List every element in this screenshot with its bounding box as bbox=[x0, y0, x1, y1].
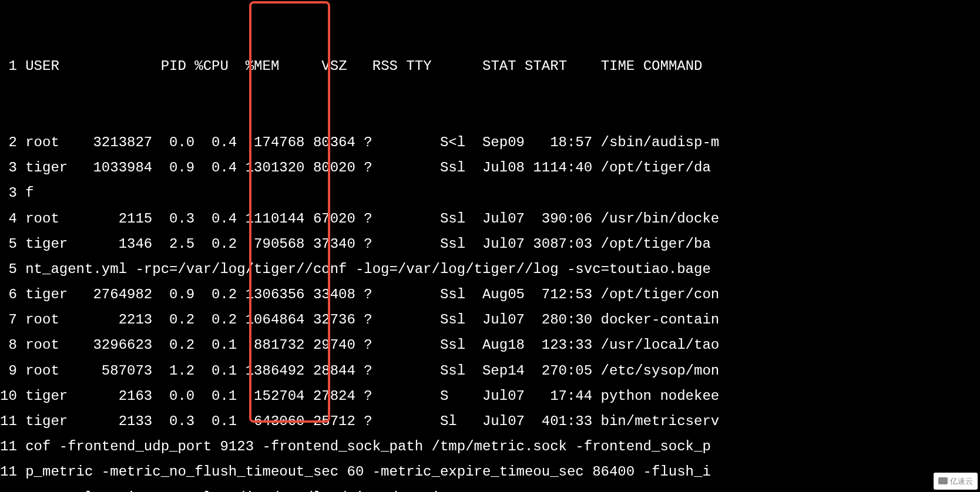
col-start: START bbox=[525, 58, 567, 74]
watermark-text: 亿速云 bbox=[950, 474, 973, 488]
process-row: 11 x -max_log_size 100 -log_dir /var/log… bbox=[0, 485, 980, 492]
process-row: 6 tiger 2764982 0.9 0.2 1306356 33408 ? … bbox=[0, 282, 980, 307]
process-row: 9 root 587073 1.2 0.1 1386492 28844 ? Ss… bbox=[0, 358, 980, 383]
process-row: 5 tiger 1346 2.5 0.2 790568 37340 ? Ssl … bbox=[0, 231, 980, 257]
terminal-output[interactable]: 1 USER PID %CPU %MEM VSZ RSS TTY STAT ST… bbox=[0, 0, 980, 492]
col-tty: TTY bbox=[406, 58, 431, 74]
col-pid: PID bbox=[127, 58, 186, 74]
col-user: USER bbox=[25, 58, 59, 74]
col-mem: %MEM bbox=[246, 58, 280, 74]
col-vsz: VSZ bbox=[288, 58, 347, 74]
process-row: 3 tiger 1033984 0.9 0.4 1301320 80020 ? … bbox=[0, 155, 980, 180]
col-stat: STAT bbox=[482, 58, 516, 74]
cloud-icon bbox=[938, 477, 948, 484]
col-rss: RSS bbox=[355, 58, 398, 74]
ps-header-row: 1 USER PID %CPU %MEM VSZ RSS TTY STAT ST… bbox=[0, 53, 980, 79]
process-row: 11 cof -frontend_udp_port 9123 -frontend… bbox=[0, 434, 980, 459]
col-cpu: %CPU bbox=[194, 58, 229, 74]
col-time: TIME bbox=[575, 58, 635, 74]
col-command: COMMAND bbox=[643, 58, 703, 74]
process-row: 7 root 2213 0.2 0.2 1064864 32736 ? Ssl … bbox=[0, 307, 980, 332]
process-row: 8 root 3296623 0.2 0.1 881732 29740 ? Ss… bbox=[0, 332, 980, 358]
process-row: 11 tiger 2133 0.3 0.1 643060 25712 ? Sl … bbox=[0, 409, 980, 434]
process-row: 4 root 2115 0.3 0.4 1110144 67020 ? Ssl … bbox=[0, 206, 980, 231]
process-row: 10 tiger 2163 0.0 0.1 152704 27824 ? S J… bbox=[0, 383, 980, 409]
process-row: 3 f bbox=[0, 180, 980, 205]
process-row: 5 nt_agent.yml -rpc=/var/log/tiger//conf… bbox=[0, 257, 980, 282]
process-row: 11 p_metric -metric_no_flush_timeout_sec… bbox=[0, 459, 980, 484]
watermark-badge: 亿速云 bbox=[934, 473, 978, 490]
line-number: 1 bbox=[0, 58, 17, 74]
process-row: 2 root 3213827 0.0 0.4 174768 80364 ? S<… bbox=[0, 130, 980, 155]
